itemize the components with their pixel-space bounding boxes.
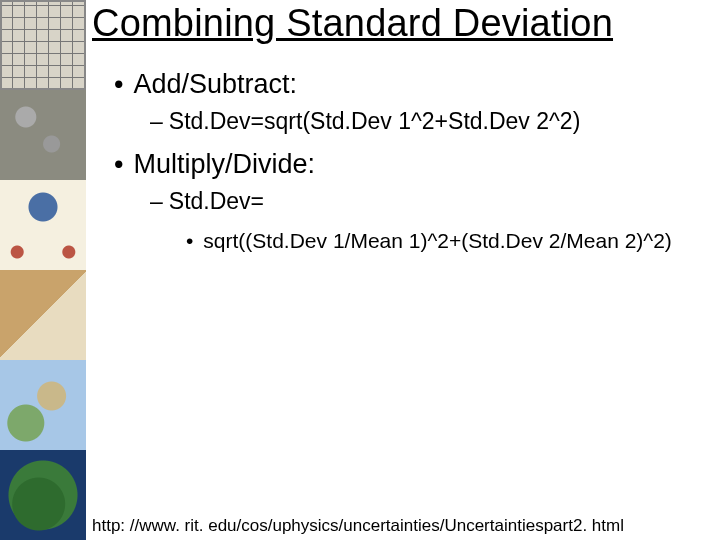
bullet-dot-icon: • [114, 69, 123, 99]
subbullet-multdiv-lead: –Std.Dev= [150, 188, 720, 215]
footer-url: http: //www. rit. edu/cos/uphysics/uncer… [92, 516, 624, 536]
subbullet-text: Std.Dev=sqrt(Std.Dev 1^2+Std.Dev 2^2) [169, 108, 581, 134]
bullet-text: Add/Subtract: [133, 69, 297, 99]
subsubbullet-text: sqrt((Std.Dev 1/Mean 1)^2+(Std.Dev 2/Mea… [203, 229, 671, 252]
thumb-greece-map [0, 360, 86, 450]
bullet-text: Multiply/Divide: [133, 149, 315, 179]
sidebar-thumbnails [0, 0, 86, 540]
dash-icon: – [150, 108, 163, 134]
bullet-multiply-divide: •Multiply/Divide: [114, 149, 720, 180]
slide-content: Combining Standard Deviation •Add/Subtra… [92, 0, 720, 263]
thumb-grid-map [0, 0, 86, 90]
thumb-parchment-map [0, 270, 86, 360]
thumb-clay-tablet [0, 90, 86, 180]
dash-icon: – [150, 188, 163, 214]
subsubbullet-multdiv-formula: •sqrt((Std.Dev 1/Mean 1)^2+(Std.Dev 2/Me… [186, 229, 720, 253]
bullet-dot-icon: • [186, 229, 193, 252]
thumb-globe [0, 450, 86, 540]
bullet-add-subtract: •Add/Subtract: [114, 69, 720, 100]
thumb-medieval-map [0, 180, 86, 270]
subbullet-addsub-formula: –Std.Dev=sqrt(Std.Dev 1^2+Std.Dev 2^2) [150, 108, 720, 135]
bullet-dot-icon: • [114, 149, 123, 179]
subbullet-text: Std.Dev= [169, 188, 264, 214]
slide-title: Combining Standard Deviation [92, 2, 720, 45]
